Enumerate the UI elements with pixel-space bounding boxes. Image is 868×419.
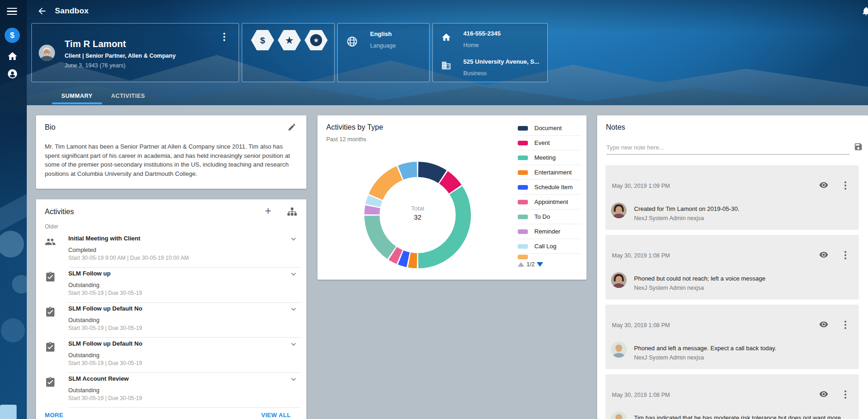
activity-status: Outstanding <box>68 387 99 394</box>
language-label: Language <box>370 42 396 49</box>
chevron-down-icon[interactable] <box>289 340 298 349</box>
top-bar: Sandbox <box>27 0 868 22</box>
more-button[interactable]: MORE <box>45 412 63 419</box>
save-note-icon[interactable] <box>854 142 863 151</box>
note-menu-icon[interactable] <box>841 389 850 399</box>
note-author-avatar <box>611 272 627 288</box>
legend-item: Call Log <box>518 239 581 254</box>
activity-title: SLM Follow up <box>68 270 111 277</box>
meeting-people-icon <box>45 236 56 247</box>
legend-label: Entertainment <box>534 169 572 176</box>
legend-item: Event <box>518 136 581 150</box>
notes-list: May 30, 2019 1:09 PM <box>605 165 859 419</box>
chart-subtitle: Past 12 months <box>326 136 366 143</box>
chevron-down-icon[interactable] <box>289 269 298 279</box>
language-card: English Language <box>337 23 430 82</box>
activity-list-item[interactable]: SLM Follow up Outstanding Start 30-05-19… <box>36 268 306 303</box>
tab-summary[interactable]: SUMMARY <box>52 88 102 104</box>
activity-status: Outstanding <box>68 317 99 323</box>
chevron-down-icon[interactable] <box>289 234 298 244</box>
contact-name: Tim R Lamont <box>65 39 126 49</box>
donut-segment[interactable] <box>393 253 400 257</box>
menu-icon[interactable] <box>7 8 17 15</box>
contact-birthdate: June 3, 1943 (76 years) <box>65 62 126 69</box>
donut-segment[interactable] <box>401 257 408 260</box>
chart-title: Activities by Type <box>326 123 383 132</box>
legend-swatch <box>518 141 528 145</box>
activity-title: SLM Follow up Default No <box>68 305 142 312</box>
donut-segment[interactable] <box>409 260 417 261</box>
add-activity-icon[interactable]: + <box>263 206 273 216</box>
view-note-eye-icon[interactable] <box>819 250 828 259</box>
donut-total-value: 32 <box>381 213 455 221</box>
donut-segment[interactable] <box>372 207 373 215</box>
donut-segment[interactable] <box>418 169 442 177</box>
hierarchy-icon[interactable] <box>287 207 297 217</box>
sidebar-item-financial[interactable]: $ <box>5 28 20 43</box>
edit-pencil-icon[interactable] <box>287 123 296 132</box>
legend-swatch <box>518 229 528 234</box>
contact-summary-card: Tim R Lamont Client | Senior Partner, Al… <box>31 23 239 82</box>
bio-card: Bio Mr. Tim Lamont has been a Senior Par… <box>36 115 306 189</box>
activity-list-item[interactable]: SLM Follow up Default No Outstanding Sta… <box>36 338 306 373</box>
donut-segment[interactable] <box>373 198 375 205</box>
donut-center: Total 32 <box>381 205 455 221</box>
note-item: May 30, 2019 1:08 PM <box>605 374 859 419</box>
address-value[interactable]: 525 University Avenue, S... <box>463 58 539 65</box>
donut-segment[interactable] <box>372 215 392 252</box>
view-all-button[interactable]: VIEW ALL <box>261 412 291 419</box>
note-author: NexJ System Admin nexjsa <box>634 354 850 361</box>
activities-group-label: Older <box>45 223 58 230</box>
notes-card: Notes May 30, 2019 1:09 PM <box>597 115 868 419</box>
activities-footer: MORE VIEW ALL <box>36 408 306 419</box>
legend-page-up-icon[interactable] <box>518 262 524 267</box>
home-icon[interactable] <box>7 51 18 62</box>
activity-dates: Start 30-05-19 | Due 30-05-19 <box>68 290 142 296</box>
view-note-eye-icon[interactable] <box>819 180 828 190</box>
phone-value[interactable]: 416-555-2345 <box>463 30 501 37</box>
star-seal-badge[interactable]: ★ <box>305 30 328 50</box>
contact-avatar <box>39 45 55 61</box>
tab-bar: SUMMARY ACTIVITIES <box>52 88 154 104</box>
star-badge[interactable]: ★ <box>278 30 301 50</box>
address-label: Business <box>463 70 487 77</box>
note-menu-icon[interactable] <box>841 320 850 329</box>
note-author-avatar <box>611 342 627 358</box>
legend-item: Schedule Item <box>518 180 581 195</box>
task-clipboard-icon <box>45 271 56 282</box>
activity-list-item[interactable]: Initial Meeting with Client Completed St… <box>36 233 306 268</box>
chevron-down-icon[interactable] <box>289 305 298 314</box>
tab-activities[interactable]: ACTIVITIES <box>102 88 155 104</box>
chevron-down-icon[interactable] <box>289 375 298 384</box>
legend-swatch <box>518 185 528 190</box>
legend-swatch <box>518 126 528 131</box>
note-timestamp: May 30, 2019 1:08 PM <box>612 392 670 398</box>
account-icon[interactable] <box>7 68 18 79</box>
activity-list-item[interactable]: SLM Follow up Default No Outstanding Sta… <box>36 303 306 338</box>
home-phone-icon <box>441 32 451 42</box>
donut-segment[interactable] <box>443 177 455 189</box>
business-building-icon <box>441 60 451 71</box>
legend-label: Reminder <box>534 228 560 235</box>
view-note-eye-icon[interactable] <box>819 389 828 399</box>
donut-total-label: Total <box>381 205 455 212</box>
activity-list-item[interactable]: SLM Account Review Outstanding Start 30-… <box>36 373 306 408</box>
dollar-badge[interactable]: $ <box>251 30 274 50</box>
view-note-eye-icon[interactable] <box>819 320 828 329</box>
globe-icon <box>346 36 358 48</box>
donut-segment[interactable] <box>418 190 463 261</box>
contact-menu-icon[interactable] <box>220 32 228 42</box>
phone-label: Home <box>463 42 479 48</box>
legend-page-down-icon[interactable] <box>537 262 543 267</box>
activities-list: Initial Meeting with Client Completed St… <box>36 233 306 408</box>
activity-dates: Start 30-05-19 | Due 30-05-19 <box>68 395 142 401</box>
donut-segment[interactable] <box>401 169 417 173</box>
donut-segment[interactable] <box>376 173 400 197</box>
legend-item <box>518 254 581 260</box>
activity-status: Outstanding <box>68 282 99 288</box>
note-menu-icon[interactable] <box>841 250 850 259</box>
legend-item: Document <box>518 121 581 136</box>
note-menu-icon[interactable] <box>841 180 850 190</box>
back-arrow-icon[interactable] <box>37 6 47 16</box>
new-note-input[interactable] <box>606 141 850 155</box>
